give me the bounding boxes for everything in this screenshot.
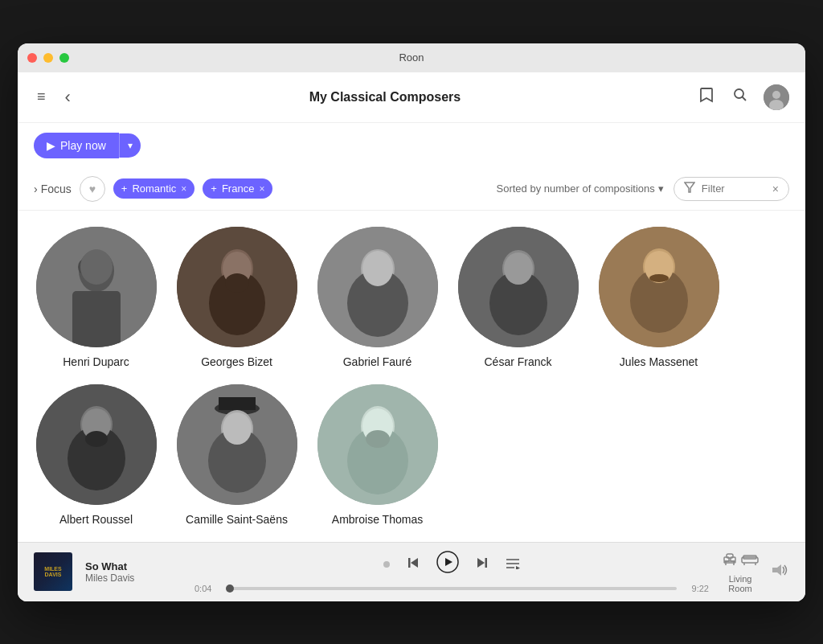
titlebar: Roon: [18, 43, 805, 72]
composer-item-ambroise-thomas[interactable]: Ambroise Thomas: [315, 384, 440, 526]
composer-name-camille-saint-saens: Camille Saint-Saëns: [186, 513, 288, 526]
composer-item-cesar-franck[interactable]: César Franck: [456, 227, 580, 368]
svg-marker-65: [772, 564, 781, 576]
avatar[interactable]: [764, 84, 789, 110]
composer-item-jules-massenet[interactable]: Jules Massenet: [596, 227, 721, 368]
search-icon: [733, 88, 747, 106]
svg-point-39: [223, 412, 252, 445]
svg-line-1: [743, 97, 747, 101]
france-label: France: [222, 183, 254, 195]
room-info[interactable]: LivingRoom: [722, 551, 759, 593]
player-right: LivingRoom: [722, 551, 789, 593]
header-left: ≡ ‹: [34, 84, 74, 111]
controls-row: [383, 551, 520, 579]
track-info: So What Miles Davis: [85, 560, 182, 584]
page-title: My Classical Composers: [74, 90, 696, 105]
composer-photo-gabriel-faure: [317, 227, 438, 347]
search-button[interactable]: [730, 84, 751, 109]
composer-item-albert-roussel[interactable]: Albert Roussel: [34, 384, 158, 526]
heart-filter-button[interactable]: ♥: [80, 176, 105, 202]
room-label: LivingRoom: [728, 574, 751, 593]
progress-bar[interactable]: [227, 587, 677, 590]
track-artist: Miles Davis: [85, 572, 182, 584]
focus-button[interactable]: › Focus: [34, 183, 72, 195]
window-controls: [27, 53, 69, 63]
album-art: MILESDAVIS: [34, 552, 72, 591]
composer-item-henri-duparc[interactable]: Henri Duparc: [34, 227, 158, 368]
romantic-filter-tag[interactable]: + Romantic ×: [113, 178, 195, 199]
menu-button[interactable]: ≡: [34, 85, 49, 109]
svg-point-28: [649, 274, 669, 282]
composer-photo-cesar-franck: [458, 227, 579, 347]
content-area: Henri Duparc Georges Bizet: [18, 211, 805, 542]
shuffle-indicator: [383, 561, 390, 568]
prev-button[interactable]: [406, 556, 420, 574]
filter-clear-button[interactable]: ×: [772, 183, 779, 195]
svg-point-23: [504, 252, 533, 285]
composer-name-albert-roussel: Albert Roussel: [59, 513, 133, 526]
play-now-label: Play now: [60, 139, 106, 152]
album-art-inner: MILESDAVIS: [34, 552, 72, 591]
header: ≡ ‹ My Classical Composers: [18, 72, 805, 123]
filter-x-icon: ×: [772, 183, 779, 195]
next-icon: [475, 556, 489, 574]
composer-photo-albert-roussel: [36, 384, 157, 505]
maximize-button[interactable]: [59, 53, 69, 63]
play-now-button[interactable]: ▶ Play now: [34, 133, 119, 158]
composer-name-cesar-franck: César Franck: [484, 355, 551, 368]
focus-chevron-icon: ›: [34, 183, 38, 195]
sort-label-text: Sorted by number of compositions: [497, 183, 655, 195]
bookmark-button[interactable]: [696, 84, 717, 110]
menu-icon: ≡: [37, 88, 46, 105]
svg-point-33: [85, 431, 108, 447]
now-playing-bar: MILESDAVIS So What Miles Davis: [18, 542, 805, 601]
svg-marker-48: [445, 558, 452, 566]
svg-marker-54: [516, 566, 520, 569]
composer-photo-henri-duparc: [36, 227, 157, 347]
total-time: 9:22: [685, 584, 709, 593]
play-now-group: ▶ Play now ▾: [34, 133, 789, 158]
sort-arrow-icon: ▾: [658, 183, 664, 195]
room-sofa-icon: [741, 552, 759, 570]
filter-funnel-icon: [684, 182, 695, 196]
app-window: Roon ≡ ‹ My Classical Composers: [18, 43, 805, 601]
composer-name-gabriel-faure: Gabriel Fauré: [343, 355, 412, 368]
back-icon: ‹: [65, 87, 71, 108]
romantic-label: Romantic: [132, 183, 176, 195]
minimize-button[interactable]: [43, 53, 53, 63]
france-remove-icon[interactable]: ×: [259, 183, 264, 195]
composer-name-jules-massenet: Jules Massenet: [620, 355, 698, 368]
svg-point-19: [362, 251, 393, 286]
france-filter-tag[interactable]: + France ×: [203, 178, 272, 199]
svg-rect-50: [485, 558, 488, 568]
svg-rect-36: [219, 397, 256, 410]
app-content: ≡ ‹ My Classical Composers: [18, 72, 805, 601]
filter-input[interactable]: [702, 183, 766, 195]
filter-bar: › Focus ♥ + Romantic × + France × Sorted…: [18, 168, 805, 211]
composer-name-ambroise-thomas: Ambroise Thomas: [332, 513, 423, 526]
play-pause-button[interactable]: [436, 551, 459, 579]
play-now-dropdown-button[interactable]: ▾: [119, 133, 141, 158]
progress-row: 0:04 9:22: [194, 584, 709, 593]
sort-selector[interactable]: Sorted by number of compositions ▾: [497, 183, 664, 195]
composers-grid: Henri Duparc Georges Bizet: [18, 211, 805, 542]
progress-dot: [226, 585, 234, 593]
next-button[interactable]: [475, 556, 489, 574]
queue-button[interactable]: [506, 556, 520, 573]
composer-item-camille-saint-saens[interactable]: Camille Saint-Saëns: [174, 384, 299, 526]
svg-marker-49: [477, 558, 485, 568]
player-controls: 0:04 9:22: [194, 551, 709, 593]
filter-input-group: ×: [674, 177, 789, 201]
heart-icon: ♥: [89, 183, 96, 195]
volume-button[interactable]: [772, 563, 789, 581]
composer-name-georges-bizet: Georges Bizet: [201, 355, 272, 368]
composer-photo-ambroise-thomas: [317, 384, 438, 505]
composer-item-gabriel-faure[interactable]: Gabriel Fauré: [315, 227, 440, 368]
composer-item-georges-bizet[interactable]: Georges Bizet: [174, 227, 299, 368]
window-title: Roon: [399, 51, 424, 64]
back-button[interactable]: ‹: [62, 84, 74, 111]
romantic-remove-icon[interactable]: ×: [181, 183, 186, 195]
svg-rect-46: [408, 558, 411, 568]
composer-name-henri-duparc: Henri Duparc: [63, 355, 129, 368]
close-button[interactable]: [27, 53, 37, 63]
